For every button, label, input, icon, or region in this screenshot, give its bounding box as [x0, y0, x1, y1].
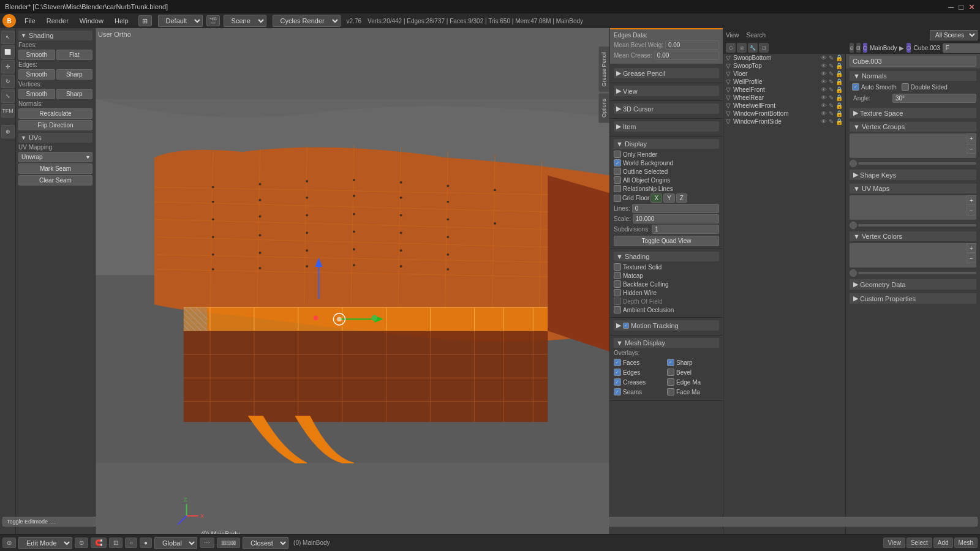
outliner-icon-3[interactable]: 🔧 — [748, 43, 758, 53]
menu-render[interactable]: Render — [42, 16, 74, 26]
textured-solid-checkbox[interactable] — [614, 263, 621, 271]
all-origins-checkbox[interactable] — [614, 176, 621, 184]
bb-snap[interactable]: 🧲 — [91, 538, 107, 548]
workspace-icon[interactable]: ⊞ — [138, 15, 152, 26]
vc-add-btn[interactable]: + — [967, 243, 976, 253]
bb-view[interactable]: View — [883, 538, 905, 548]
matcap-checkbox[interactable] — [614, 272, 621, 279]
uvm-dial[interactable] — [850, 222, 857, 229]
faces-flat-btn[interactable]: Flat — [56, 50, 93, 60]
grid-y-btn[interactable]: Y — [663, 193, 675, 203]
world-bg-checkbox[interactable]: ✓ — [614, 159, 621, 167]
vertices-smooth-btn[interactable]: Smooth — [18, 89, 55, 99]
sharp-overlay-cb[interactable]: ✓ Sharp — [667, 359, 719, 366]
auto-smooth-cb[interactable]: ✓ Auto Smooth — [852, 83, 897, 91]
world-bg-cb[interactable]: ✓ World Background — [614, 159, 719, 167]
edges-overlay-checkbox[interactable]: ✓ — [614, 369, 621, 376]
edges-smooth-btn[interactable]: Smooth — [18, 69, 55, 80]
rel-lines-checkbox[interactable] — [614, 185, 621, 192]
bb-mesh[interactable]: Mesh — [954, 538, 978, 548]
outliner-view-btn[interactable]: View — [726, 32, 739, 39]
all-origins-cb[interactable]: All Object Origins — [614, 176, 719, 184]
scene-selector[interactable]: Scene — [224, 15, 266, 27]
faces-overlay-checkbox[interactable]: ✓ — [614, 359, 621, 366]
outliner-icon-2[interactable]: ◎ — [737, 43, 747, 53]
bb-circle2[interactable]: ● — [140, 538, 152, 548]
auto-smooth-checkbox[interactable]: ✓ — [852, 83, 859, 91]
matcap-cb[interactable]: Matcap — [614, 272, 719, 279]
vg-remove-btn[interactable]: − — [967, 144, 976, 154]
transform-selector[interactable]: Global — [154, 537, 197, 549]
double-sided-checkbox[interactable] — [902, 83, 909, 91]
workspace-selector[interactable]: Default — [158, 15, 203, 27]
dof-cb[interactable]: Depth Of Field — [614, 298, 719, 305]
bb-icon-1[interactable]: ⊙ — [2, 538, 16, 548]
bb-dots[interactable]: ⋯ — [200, 538, 214, 548]
item-header[interactable]: ▶ Item — [614, 121, 719, 132]
uvs-header[interactable]: ▼ UVs — [18, 133, 92, 143]
face-ma-overlay-cb[interactable]: Face Ma — [667, 388, 719, 395]
vertex-colors-header[interactable]: ▼ Vertex Colors — [850, 231, 976, 241]
angle-input[interactable] — [892, 94, 976, 103]
vg-weight-dial[interactable] — [850, 160, 857, 167]
bb-pivot[interactable]: ⊙ — [75, 538, 88, 548]
outliner-item-vloer[interactable]: ▽ Vloer 👁 ✎ 🔒 — [723, 70, 845, 78]
bb-circle[interactable]: ○ — [125, 538, 137, 548]
mark-seam-btn[interactable]: Mark Seam — [18, 163, 92, 174]
close-btn[interactable]: ✕ — [968, 2, 975, 12]
outline-selected-cb[interactable]: Outline Selected — [614, 168, 719, 175]
seams-overlay-cb[interactable]: ✓ Seams — [614, 388, 666, 395]
tab-options[interactable]: Options — [598, 93, 609, 123]
sharp-overlay-checkbox[interactable]: ✓ — [667, 359, 674, 366]
face-ma-overlay-checkbox[interactable] — [667, 388, 674, 395]
seams-overlay-checkbox[interactable]: ✓ — [614, 388, 621, 395]
motion-tracking-checkbox[interactable]: ✓ — [623, 323, 629, 329]
uv-maps-header[interactable]: ▼ UV Maps — [850, 184, 976, 193]
outliner-item-windowfrontside[interactable]: ▽ WindowFrontSide 👁 ✎ 🔒 — [723, 118, 845, 126]
only-render-cb[interactable]: Only Render — [614, 151, 719, 158]
mean-bevel-input[interactable] — [665, 40, 719, 50]
edges-overlay-cb[interactable]: ✓ Edges — [614, 369, 666, 376]
toolbar-border-select[interactable]: ⬜ — [1, 45, 15, 59]
mesh-display-header[interactable]: ▼ Mesh Display — [614, 338, 719, 348]
3d-cursor-header[interactable]: ▶ 3D Cursor — [614, 103, 719, 114]
toolbar-tfm[interactable]: TFM — [1, 104, 15, 118]
backface-culling-cb[interactable]: Backface Culling — [614, 280, 719, 288]
backface-culling-checkbox[interactable] — [614, 280, 621, 288]
cube-name-input[interactable] — [850, 56, 976, 67]
outliner-item-wheelrear[interactable]: ▽ WheelRear 👁 ✎ 🔒 — [723, 94, 845, 102]
dof-checkbox[interactable] — [614, 298, 621, 305]
uvm-add-btn[interactable]: + — [967, 195, 976, 205]
toolbar-rotate[interactable]: ↻ — [1, 75, 15, 88]
geometry-data-header[interactable]: ▶ Geometry Data — [850, 279, 976, 290]
creases-overlay-checkbox[interactable]: ✓ — [614, 378, 621, 386]
recalculate-btn[interactable]: Recalculate — [18, 108, 92, 119]
minimize-btn[interactable]: ─ — [948, 2, 954, 12]
pivot-selector[interactable]: Closest — [243, 537, 288, 549]
ao-checkbox[interactable] — [614, 306, 621, 313]
toggle-editmode-btn[interactable]: Toggle Editmode .... — [16, 517, 96, 527]
unwrap-dropdown[interactable]: Unwrap ▾ — [18, 152, 92, 162]
outliner-item-wheelfront[interactable]: ▽ WheelFront 👁 ✎ 🔒 — [723, 86, 845, 94]
vg-add-btn[interactable]: + — [967, 133, 976, 143]
outliner-icon-4[interactable]: ⊡ — [759, 43, 769, 53]
hidden-wire-cb[interactable]: Hidden Wire — [614, 289, 719, 296]
grid-x-btn[interactable]: X — [650, 193, 662, 203]
bb-prop-edit[interactable]: ⊡ — [109, 538, 123, 548]
only-render-checkbox[interactable] — [614, 151, 621, 158]
scene-icon[interactable]: 🎬 — [206, 15, 220, 26]
outline-selected-checkbox[interactable] — [614, 168, 621, 175]
outliner-search-btn[interactable]: Search — [747, 32, 766, 39]
display-header[interactable]: ▼ Display — [614, 139, 719, 149]
bb-icons-row[interactable]: ⊞⊟⊠ — [217, 538, 240, 548]
edge-ma-overlay-checkbox[interactable] — [667, 378, 674, 386]
bb-select[interactable]: Select — [907, 538, 932, 548]
outliner-item-swoopbottom[interactable]: ▽ SwoopBottom 👁 ✎ 🔒 — [723, 54, 845, 62]
ao-cb[interactable]: Ambient Occlusion — [614, 306, 719, 313]
faces-smooth-btn[interactable]: Smooth — [18, 50, 55, 60]
grid-floor-checkbox[interactable] — [614, 195, 621, 202]
hidden-wire-checkbox[interactable] — [614, 289, 621, 296]
window-controls[interactable]: ─ □ ✕ — [948, 2, 975, 12]
bevel-overlay-checkbox[interactable] — [667, 369, 674, 376]
toggle-quad-btn[interactable]: Toggle Quad View — [614, 236, 719, 246]
